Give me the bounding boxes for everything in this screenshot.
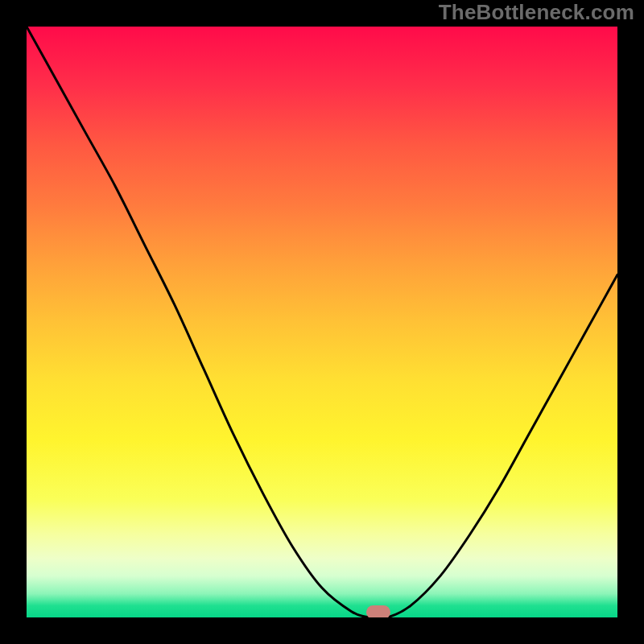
baseline-marker [366,605,390,617]
bottleneck-curve [27,27,617,617]
chart-container: TheBottleneck.com [0,0,644,644]
plot-area [27,27,617,617]
watermark-text: TheBottleneck.com [439,0,634,25]
